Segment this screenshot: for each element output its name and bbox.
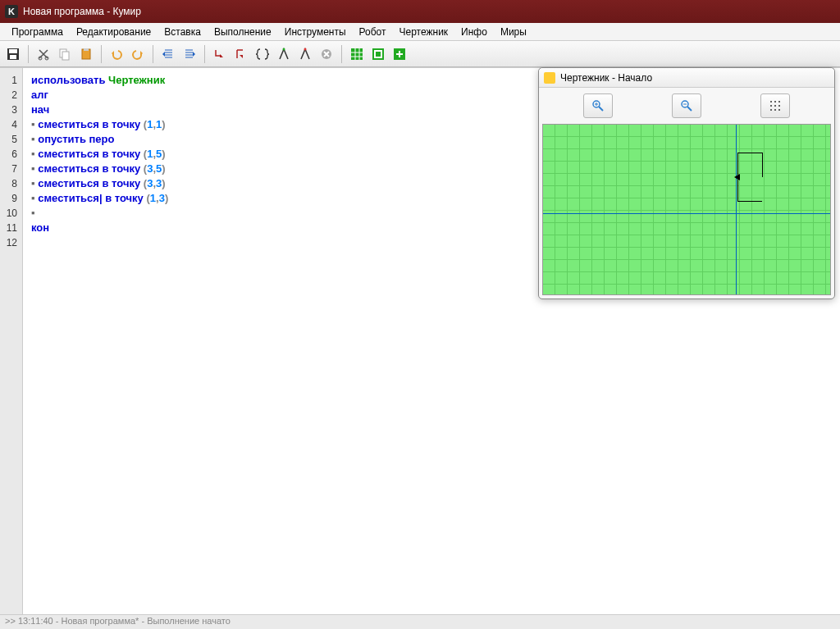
svg-point-24 — [770, 109, 772, 111]
zoom-in-icon[interactable] — [583, 93, 613, 118]
drawn-shape — [737, 153, 762, 202]
drawn-shape-right — [762, 153, 763, 177]
svg-point-19 — [774, 101, 776, 103]
menu-run[interactable]: Выполнение — [208, 24, 278, 40]
app-icon: K — [5, 5, 18, 18]
status-text: >> 13:11:40 - Новая программа* - Выполне… — [5, 616, 231, 626]
indent-right-icon[interactable] — [180, 44, 199, 64]
save-icon[interactable] — [3, 44, 23, 64]
paste-icon[interactable] — [76, 44, 96, 64]
svg-rect-2 — [10, 55, 16, 59]
braces-icon[interactable] — [253, 44, 272, 64]
titlebar: K Новая программа - Кумир — [0, 0, 840, 23]
svg-point-18 — [770, 101, 772, 103]
svg-point-20 — [778, 101, 780, 103]
menu-worlds[interactable]: Миры — [494, 24, 533, 40]
run-icon[interactable] — [274, 44, 294, 64]
svg-point-10 — [304, 48, 307, 50]
line-gutter: 123456789101112 — [0, 68, 23, 614]
step-into-icon[interactable] — [210, 44, 230, 64]
turtle-icon — [734, 174, 740, 180]
zoom-out-icon[interactable] — [672, 93, 701, 118]
svg-rect-6 — [62, 52, 69, 60]
menu-edit[interactable]: Редактирование — [70, 24, 158, 40]
menu-insert[interactable]: Вставка — [158, 24, 208, 40]
svg-rect-8 — [84, 48, 89, 51]
x-axis — [543, 213, 830, 214]
redo-icon[interactable] — [128, 44, 148, 64]
drafter-window[interactable]: Чертежник - Начало — [538, 67, 835, 299]
menu-drafter[interactable]: Чертежник — [393, 24, 455, 40]
debug-icon[interactable] — [295, 44, 315, 64]
svg-point-9 — [283, 48, 285, 50]
toolbar — [0, 41, 840, 67]
statusbar: >> 13:11:40 - Новая программа* - Выполне… — [0, 614, 840, 629]
y-axis — [736, 125, 737, 294]
drafter-canvas[interactable] — [542, 124, 831, 295]
window-title: Новая программа - Кумир — [23, 6, 141, 17]
stop-icon[interactable] — [317, 44, 336, 64]
drafter-toolbar — [539, 88, 834, 124]
svg-rect-1 — [9, 49, 17, 53]
svg-point-26 — [778, 109, 780, 111]
drafter-icon — [544, 72, 555, 84]
drafter-titlebar[interactable]: Чертежник - Начало — [539, 68, 834, 88]
indent-left-icon[interactable] — [158, 44, 178, 64]
dots-icon[interactable] — [760, 93, 790, 118]
drafter-title: Чертежник - Начало — [560, 72, 652, 84]
svg-point-23 — [778, 105, 780, 107]
svg-point-21 — [770, 105, 772, 107]
copy-icon[interactable] — [55, 44, 75, 64]
menu-tools[interactable]: Инструменты — [278, 24, 353, 40]
step-over-icon[interactable] — [231, 44, 251, 64]
world-border-icon[interactable] — [368, 44, 388, 64]
world-grid-icon[interactable] — [347, 44, 367, 64]
svg-point-25 — [774, 109, 776, 111]
world-add-icon[interactable] — [390, 44, 409, 64]
cut-icon[interactable] — [34, 44, 53, 64]
svg-point-22 — [774, 105, 776, 107]
menubar: Программа Редактирование Вставка Выполне… — [0, 23, 840, 41]
undo-icon[interactable] — [107, 44, 126, 64]
menu-program[interactable]: Программа — [5, 24, 70, 40]
svg-rect-12 — [351, 48, 363, 60]
menu-robot[interactable]: Робот — [353, 24, 393, 40]
menu-info[interactable]: Инфо — [454, 24, 494, 40]
